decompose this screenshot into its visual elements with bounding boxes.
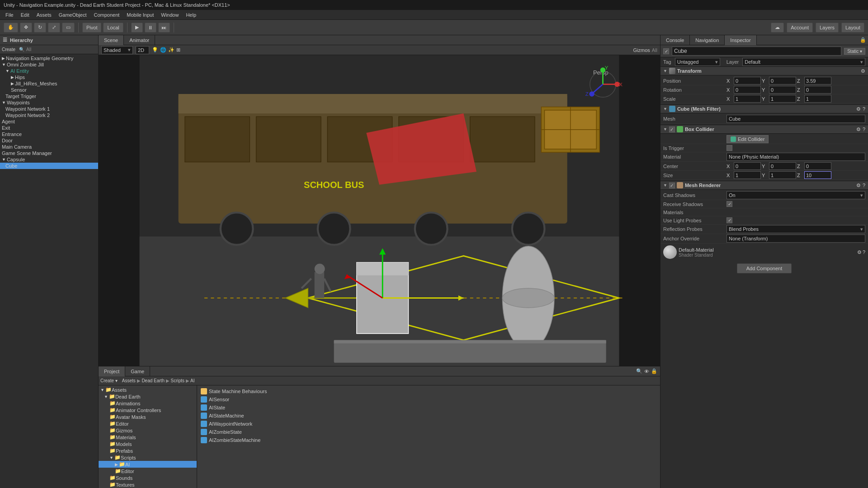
box-collider-enabled-checkbox[interactable] [669, 127, 675, 132]
menu-window[interactable]: Window [157, 11, 182, 19]
tab-navigation[interactable]: Navigation [690, 35, 725, 45]
lights-icon[interactable]: 💡 [152, 47, 158, 53]
mesh-renderer-question-icon[interactable]: ? [863, 183, 865, 188]
use-light-probes-checkbox[interactable] [726, 217, 732, 223]
mesh-filter-question-icon[interactable]: ? [863, 106, 865, 112]
tree-assets[interactable]: ▼ 📁 Assets [99, 386, 197, 393]
cloud-button[interactable]: ☁ [771, 23, 784, 33]
eye-icon[interactable]: 👁 [644, 369, 649, 374]
mesh-filter-menu-icon[interactable]: ⚙ [856, 106, 861, 112]
add-component-button[interactable]: Add Component [737, 263, 792, 273]
tree-materials[interactable]: 📁 Materials [99, 434, 197, 441]
tree-avatar-masks[interactable]: 📁 Avatar Masks [99, 413, 197, 420]
file-state-machine-behaviours[interactable]: State Machine Behaviours [199, 387, 658, 395]
h-game-scene-mgr[interactable]: Game Scene Manager [0, 150, 98, 156]
tree-dead-earth[interactable]: ▼ 📁 Dead Earth [99, 393, 197, 400]
material-settings-icon[interactable]: ⚙ [857, 249, 862, 255]
center-z-input[interactable] [804, 162, 831, 170]
tab-console[interactable]: Console [660, 35, 690, 45]
size-z-input[interactable] [804, 171, 831, 179]
h-agent[interactable]: Agent [0, 118, 98, 125]
gizmos-label[interactable]: Gizmos [633, 47, 650, 53]
scale-z-input[interactable] [804, 95, 831, 103]
search-project-icon[interactable]: 🔍 [636, 368, 642, 374]
tree-editor2[interactable]: 📁 Editor [99, 468, 197, 474]
scale-y-input[interactable] [769, 95, 796, 103]
file-ai-state[interactable]: AIState [199, 404, 658, 412]
mesh-dropdown[interactable]: Cube [726, 115, 865, 123]
h-jill-meshes[interactable]: ▶ Jill_HiRes_Meshes [0, 80, 98, 87]
tab-inspector[interactable]: Inspector [725, 35, 756, 45]
menu-file[interactable]: File [2, 11, 17, 19]
file-ai-sensor[interactable]: AISensor [199, 395, 658, 404]
h-waypoint-net2[interactable]: Waypoint Network 2 [0, 112, 98, 118]
tree-textures[interactable]: 📁 Textures [99, 481, 197, 488]
h-waypoints[interactable]: ▼ Waypoints [0, 99, 98, 106]
tree-animations[interactable]: 📁 Animations [99, 400, 197, 407]
lock-project-icon[interactable]: 🔒 [651, 368, 657, 374]
box-collider-question-icon[interactable]: ? [863, 127, 865, 132]
material-question-icon[interactable]: ? [863, 249, 865, 255]
h-target-trigger[interactable]: Target Trigger [0, 93, 98, 99]
menu-gameobject[interactable]: GameObject [55, 11, 90, 19]
pos-y-input[interactable] [769, 77, 796, 84]
create-project-label[interactable]: Create ▾ [100, 378, 118, 383]
tree-models[interactable]: 📁 Models [99, 441, 197, 447]
receive-shadows-checkbox[interactable] [726, 201, 732, 207]
tree-scripts[interactable]: ▼ 📁 Scripts [99, 454, 197, 461]
edit-collider-button[interactable]: Edit Collider [726, 135, 769, 143]
tag-dropdown[interactable]: Untagged ▾ [675, 58, 720, 66]
pos-z-input[interactable] [804, 77, 831, 84]
mesh-renderer-header[interactable]: ▼ Mesh Renderer ⚙ ? [660, 181, 868, 190]
menu-component[interactable]: Component [90, 11, 123, 19]
mesh-renderer-enabled-checkbox[interactable] [669, 183, 675, 188]
rot-x-input[interactable] [734, 86, 761, 94]
transform-menu-icon[interactable]: ⚙ [861, 68, 865, 74]
create-label[interactable]: Create [2, 47, 15, 52]
center-x-input[interactable] [734, 162, 761, 170]
rect-tool[interactable]: ▭ [62, 23, 75, 33]
transform-header[interactable]: ▼ Transform ⚙ [660, 66, 868, 75]
box-collider-header[interactable]: ▼ Box Collider ⚙ ? [660, 125, 868, 134]
tab-scene[interactable]: Scene [99, 35, 124, 45]
size-y-input[interactable] [769, 171, 796, 179]
h-sensor[interactable]: Sensor [0, 87, 98, 93]
scale-tool[interactable]: ⤢ [48, 23, 60, 33]
tree-prefabs[interactable]: 📁 Prefabs [99, 447, 197, 454]
2d-toggle[interactable]: 2D [136, 46, 149, 54]
local-button[interactable]: Local [103, 23, 123, 33]
anchor-override-dropdown[interactable]: None (Transform) [726, 235, 865, 243]
h-waypoint-net1[interactable]: Waypoint Network 1 [0, 106, 98, 112]
size-x-input[interactable] [734, 171, 761, 179]
fx-icon[interactable]: ✨ [168, 47, 175, 53]
static-badge[interactable]: Static ▾ [844, 48, 865, 55]
gameobject-name-input[interactable] [672, 47, 841, 56]
breadcrumb-scripts[interactable]: Scripts [171, 378, 185, 383]
tree-gizmos[interactable]: 📁 Gizmos [99, 427, 197, 434]
h-entrance[interactable]: Entrance [0, 131, 98, 137]
tab-animator[interactable]: Animator [124, 35, 155, 45]
material-phys-dropdown[interactable]: None (Physic Material) [726, 153, 865, 161]
shaded-dropdown[interactable]: Shaded ▾ [101, 46, 133, 54]
is-trigger-checkbox[interactable] [726, 145, 732, 151]
account-button[interactable]: Account [787, 23, 813, 33]
layer-dropdown[interactable]: Default ▾ [742, 58, 865, 66]
tab-game[interactable]: Game [125, 366, 150, 376]
h-navigation-geometry[interactable]: ▶ Navigation Example Geometry [0, 55, 98, 61]
mesh-filter-header[interactable]: ▼ Cube (Mesh Filter) ⚙ ? [660, 104, 868, 113]
tree-ai[interactable]: ▶ 📁 AI [99, 461, 197, 468]
reflection-probes-dropdown[interactable]: Blend Probes ▾ [726, 225, 865, 233]
grid-icon[interactable]: ⊞ [176, 47, 180, 53]
h-omni-zombie-jill[interactable]: ▼ Omni Zombie Jill [0, 61, 98, 68]
file-ai-waypoint-network[interactable]: AIWaypointNetwork [199, 420, 658, 428]
menu-help[interactable]: Help [182, 11, 200, 19]
gameobject-enabled-checkbox[interactable] [663, 48, 669, 54]
center-y-input[interactable] [769, 162, 796, 170]
rot-y-input[interactable] [769, 86, 796, 94]
move-tool[interactable]: ✥ [20, 23, 32, 33]
scale-x-input[interactable] [734, 95, 761, 103]
all-label[interactable]: All [26, 47, 31, 52]
lock-icon[interactable]: 🔒 [860, 37, 866, 43]
h-door[interactable]: Door [0, 137, 98, 144]
tree-animator-ctrl[interactable]: 📁 Animator Controllers [99, 407, 197, 413]
